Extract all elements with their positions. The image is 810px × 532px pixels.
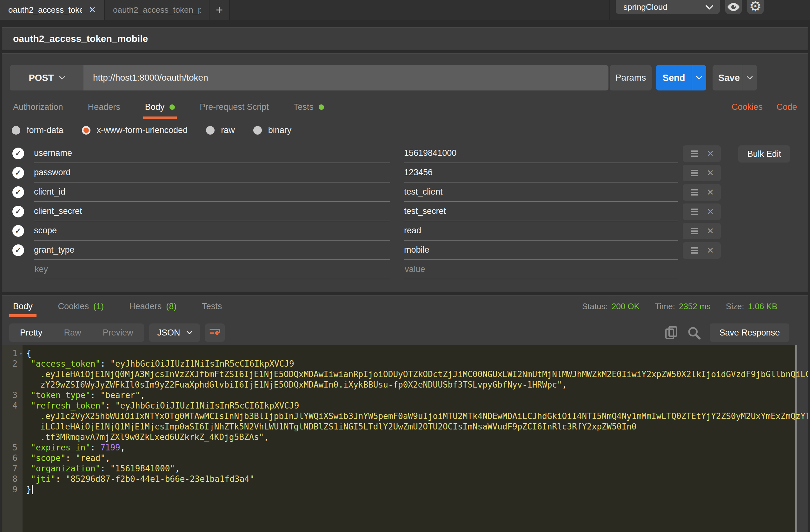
body-mode-option[interactable]: raw: [206, 125, 235, 135]
environment-quicklook-button[interactable]: [725, 0, 742, 14]
fold-caret-icon[interactable]: ▾: [19, 349, 22, 359]
body-mode-label: x-www-form-urlencoded: [97, 125, 188, 135]
form-key-cell[interactable]: client_id: [34, 182, 390, 202]
response-section-tab[interactable]: Cookies (1): [58, 295, 104, 317]
form-key-cell[interactable]: username: [34, 144, 390, 163]
bulk-edit-button[interactable]: Bulk Edit: [738, 145, 790, 162]
form-key-cell[interactable]: client_secret: [34, 202, 390, 221]
new-key-input[interactable]: [34, 264, 390, 275]
body-mode-label: raw: [221, 125, 235, 135]
view-mode-button[interactable]: Raw: [53, 323, 92, 342]
method-selector[interactable]: POST: [10, 65, 83, 91]
params-button[interactable]: Params: [610, 65, 652, 91]
code-line: 9 }: [2, 484, 808, 495]
send-options-button[interactable]: [692, 65, 706, 91]
line-number: 2: [2, 359, 22, 369]
form-key-text: password: [34, 167, 71, 177]
drag-handle-icon[interactable]: [690, 150, 699, 158]
save-button[interactable]: Save: [713, 65, 742, 91]
remove-row-icon[interactable]: ✕: [707, 207, 714, 217]
view-mode-button[interactable]: Pretty: [9, 323, 53, 342]
request-section-tab[interactable]: Tests: [294, 95, 324, 119]
body-mode-option[interactable]: form-data: [12, 125, 64, 135]
row-enabled-checkbox[interactable]: ✓: [12, 186, 24, 198]
request-tab[interactable]: oauth2_access_token_ ✕: [0, 0, 105, 20]
request-section-tab[interactable]: Body: [145, 95, 175, 119]
format-selector[interactable]: JSON: [149, 323, 200, 342]
request-tabs: Authorization Headers Body Pre-request S…: [13, 95, 797, 119]
close-icon[interactable]: ✕: [88, 5, 96, 15]
form-value-text: 15619841000: [404, 148, 456, 158]
response-toolbar: PrettyRawPreview JSON: [9, 323, 801, 342]
response-section-tab[interactable]: Body: [13, 295, 33, 317]
remove-row-icon[interactable]: ✕: [707, 148, 714, 159]
response-meta-item: Status: 200 OK: [582, 302, 639, 311]
send-button[interactable]: Send: [656, 65, 692, 91]
row-enabled-checkbox[interactable]: ✓: [12, 225, 24, 237]
form-key-cell[interactable]: grant_type: [34, 241, 390, 260]
response-section-tab[interactable]: Headers (8): [129, 295, 177, 317]
form-value-cell[interactable]: test_client: [404, 182, 678, 202]
meta-value: 200 OK: [612, 302, 639, 311]
save-response-button[interactable]: Save Response: [710, 323, 789, 342]
url-input[interactable]: [83, 65, 609, 91]
remove-row-icon[interactable]: ✕: [707, 226, 714, 236]
request-section-tab[interactable]: Pre-request Script: [200, 95, 269, 119]
row-enabled-checkbox[interactable]: ✓: [12, 244, 24, 256]
request-section-tab[interactable]: Headers: [88, 95, 120, 119]
wrap-lines-button[interactable]: [205, 323, 225, 342]
line-number: 4: [2, 401, 22, 411]
response-section-tab[interactable]: Tests: [202, 295, 222, 317]
form-value-cell[interactable]: 15619841000: [404, 144, 678, 163]
form-value-cell[interactable]: test_secret: [404, 202, 678, 221]
drag-handle-icon[interactable]: [690, 189, 699, 196]
form-key-cell[interactable]: scope: [34, 221, 390, 241]
response-tab-count: (8): [166, 302, 177, 311]
row-enabled-checkbox[interactable]: ✓: [12, 167, 24, 179]
new-tab-button[interactable]: +: [210, 0, 230, 20]
row-actions: ✕: [683, 223, 721, 239]
response-section-tab-label: Body: [13, 302, 33, 311]
settings-button[interactable]: ⚙: [747, 0, 764, 14]
chevron-down-icon: [59, 73, 66, 80]
code-line: iLCJleHAiOjE1NjQ1MjE1MjcsImp0aSI6IjNhZTk…: [2, 421, 808, 432]
row-enabled-checkbox[interactable]: ✓: [12, 206, 24, 217]
wrap-lines-icon: [209, 327, 221, 338]
new-value-input[interactable]: [404, 264, 678, 275]
meta-value: 1.06 KB: [748, 302, 777, 311]
search-icon[interactable]: [687, 326, 701, 340]
drag-handle-icon[interactable]: [690, 169, 699, 177]
eye-icon: [727, 2, 741, 12]
response-body-viewer: 1▾ { 2 "access_token": "eyJhbGciOiJIUzI1…: [2, 345, 808, 532]
view-mode-button[interactable]: Preview: [92, 323, 144, 342]
body-mode-option[interactable]: binary: [253, 125, 292, 135]
environment-selector[interactable]: springCloud: [616, 0, 720, 14]
request-tab-label: oauth2_access_token_passw: [113, 5, 200, 15]
status-dot: [169, 104, 175, 110]
body-mode-option[interactable]: x-www-form-urlencoded: [82, 125, 188, 135]
form-value-cell[interactable]: read: [404, 221, 678, 241]
request-link[interactable]: Cookies: [732, 102, 763, 112]
form-row: ✓ password 123456: [2, 163, 808, 182]
remove-row-icon[interactable]: ✕: [707, 168, 714, 178]
drag-handle-icon[interactable]: [690, 247, 699, 254]
form-row-placeholder: [2, 260, 808, 279]
request-link[interactable]: Code: [776, 102, 797, 112]
remove-row-icon[interactable]: ✕: [707, 245, 714, 256]
save-options-button[interactable]: [742, 65, 757, 91]
row-actions: ✕: [683, 242, 721, 259]
copy-icon[interactable]: [665, 325, 678, 340]
form-value-cell[interactable]: mobile: [404, 241, 678, 260]
line-number: 7: [2, 464, 22, 474]
request-section-tab[interactable]: Authorization: [13, 95, 63, 119]
code-line-content: "scope": "read",: [22, 453, 110, 464]
drag-handle-icon[interactable]: [690, 208, 699, 215]
form-value-cell[interactable]: 123456: [404, 163, 678, 182]
request-tab[interactable]: oauth2_access_token_passw: [105, 0, 210, 20]
code-line: 2 "access_token": "eyJhbGciOiJIUzI1NiIsI…: [2, 359, 808, 369]
remove-row-icon[interactable]: ✕: [707, 187, 714, 197]
row-enabled-checkbox[interactable]: ✓: [12, 148, 24, 159]
form-key-cell[interactable]: password: [34, 163, 390, 182]
drag-handle-icon[interactable]: [690, 227, 699, 235]
checkbox-cell: ✓: [2, 221, 34, 241]
